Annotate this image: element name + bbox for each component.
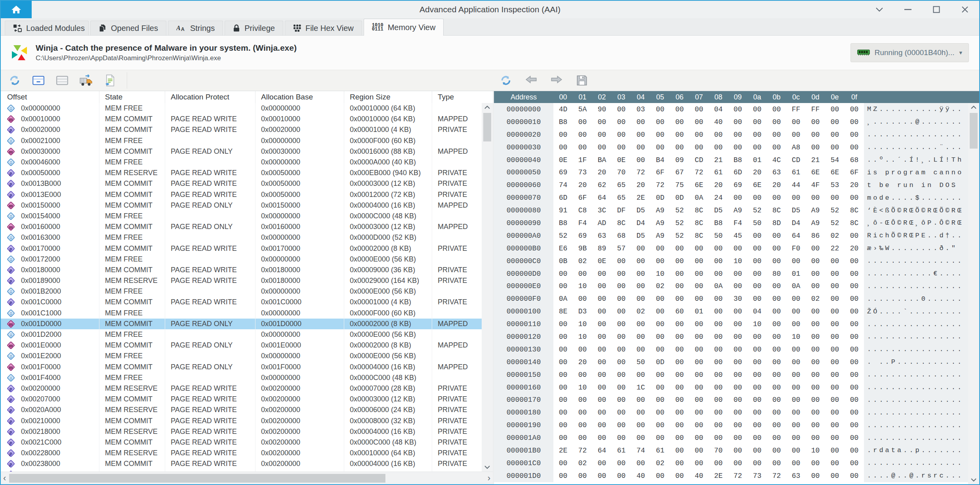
process-selector-button[interactable]: Running (00001B40h)... ▾ — [850, 43, 969, 62]
hex-row[interactable]: 000001A000000000000000000000000000000000… — [494, 432, 968, 444]
memory-region-row[interactable]: p0x00210000MEM COMMITPAGE READ WRITE0x00… — [1, 415, 482, 426]
memory-table-vertical-scrollbar[interactable] — [482, 103, 493, 472]
tab-strings[interactable]: AA Strings — [168, 21, 223, 35]
save-hex-button[interactable] — [575, 74, 589, 87]
dump-region-button[interactable] — [79, 74, 93, 87]
refresh-hex-button[interactable] — [499, 74, 513, 87]
hex-row[interactable]: 0000015000000000000000000000000000000000… — [494, 369, 968, 381]
memory-region-row[interactable]: :0x001D2000MEM FREE0x000000000x0000E000 … — [1, 329, 482, 340]
hex-row[interactable]: 000000706D6F64652E0D0D0A2400000000000000… — [494, 191, 968, 204]
memory-region-row[interactable]: p0x0021C000MEM COMMITPAGE READ WRITE0x00… — [1, 437, 482, 448]
memory-region-row[interactable]: p0x0013E000MEM COMMITPAGE READ WRITE0x00… — [1, 189, 482, 200]
scroll-left-arrow[interactable]: ‹ — [3, 474, 6, 483]
tab-opened-files[interactable]: Opened Files — [90, 21, 166, 35]
hex-row[interactable]: 0000019000000000000000000000000000000000… — [494, 419, 968, 432]
column-header-allocation-base[interactable]: Allocation Base — [255, 91, 344, 103]
hex-row[interactable]: 0000017000000000000000000000000000000000… — [494, 393, 968, 406]
memory-region-row[interactable]: p0x00170000MEM COMMITPAGE READ WRITE0x00… — [1, 243, 482, 254]
hex-row[interactable]: 00000090B8F4AD8CD4A9528CB8F4508DD4A9528C… — [494, 217, 968, 229]
hex-row[interactable]: 000000C00B020E00000000000010000000000000… — [494, 255, 968, 267]
hex-row[interactable]: 000000004D5A90000300000004000000FFFF0000… — [494, 103, 968, 116]
scroll-down-arrow[interactable] — [971, 478, 976, 482]
hex-row[interactable]: 0000018000000000000000000000000000000000… — [494, 406, 968, 419]
hex-row[interactable]: 00000010B8000000000000004000000000000000… — [494, 116, 968, 128]
memory-region-row[interactable]: m0x00160000MEM COMMITPAGE READ ONLY0x001… — [1, 221, 482, 232]
hex-row[interactable]: 0000005069732070726F6772616D2063616E6E6F… — [494, 166, 968, 179]
hex-row[interactable]: 000001008ED30000020060010000040000000000… — [494, 305, 968, 318]
memory-region-row[interactable]: p0x00228000MEM RESERVEPAGE READ WRITE0x0… — [1, 448, 482, 458]
scroll-up-arrow[interactable] — [484, 105, 490, 109]
collapse-rows-button[interactable] — [32, 74, 45, 87]
tab-file-hex-view[interactable]: File Hex View — [285, 21, 362, 35]
hex-row[interactable]: 0000011000100000000000000000100000000000… — [494, 318, 968, 330]
hex-row[interactable]: 00000160001000001C0000000000000000000000… — [494, 381, 968, 394]
memory-region-row[interactable]: p0x00200000MEM RESERVEPAGE READ WRITE0x0… — [1, 383, 482, 394]
tab-loaded-modules[interactable]: Loaded Modules — [5, 21, 89, 35]
memory-region-row[interactable]: :0x00163000MEM FREE0x000000000x0000D000 … — [1, 232, 482, 243]
expand-rows-button[interactable] — [55, 74, 69, 87]
scrollbar-thumb[interactable] — [483, 113, 491, 141]
hex-row[interactable]: 00000030000000000000000000000000A8000000… — [494, 141, 968, 154]
minimize-button[interactable] — [894, 1, 922, 18]
column-header-allocation-protect[interactable]: Allocation Protect — [165, 91, 255, 103]
hex-row[interactable]: 000001B02E726461746100007000000000100000… — [494, 444, 968, 457]
memory-region-row[interactable]: p0x001C0000MEM COMMITPAGE READ WRITE0x00… — [1, 297, 482, 307]
memory-table-horizontal-scrollbar[interactable]: ‹ › — [1, 472, 493, 484]
hex-row[interactable]: 0000014000200000500D00000000000000000000… — [494, 356, 968, 369]
memory-region-row[interactable]: m0x001F0000MEM COMMITPAGE READ ONLY0x001… — [1, 362, 482, 372]
hex-row[interactable]: 000000400E1FBA0E00B409CD21B8014CCD215468… — [494, 154, 968, 166]
memory-region-row[interactable]: m0x00150000MEM COMMITPAGE READ ONLY0x001… — [1, 200, 482, 211]
memory-region-row[interactable]: :0x001B2000MEM FREE0x000000000x0000E000 … — [1, 286, 482, 297]
memory-region-row[interactable]: :0x00000000MEM FREE0x000000000x00010000 … — [1, 103, 482, 114]
hex-vertical-scrollbar[interactable] — [968, 103, 979, 484]
memory-region-row[interactable]: p0x00189000MEM RESERVEPAGE READ WRITE0x0… — [1, 275, 482, 286]
memory-region-row[interactable]: p0x00207000MEM COMMITPAGE READ WRITE0x00… — [1, 394, 482, 405]
scrollbar-thumb[interactable] — [9, 474, 385, 483]
hex-row[interactable]: 000001C000020000000200000000000000000000… — [494, 457, 968, 470]
window-menu-button[interactable] — [865, 1, 894, 18]
home-button[interactable] — [1, 1, 32, 18]
scroll-right-arrow[interactable]: › — [488, 474, 490, 483]
hex-row[interactable]: 0000002000000000000000000000000000000000… — [494, 128, 968, 141]
hex-row[interactable]: 000000A052696368D5A9528C5045000064860200… — [494, 229, 968, 242]
memory-region-row[interactable]: :0x001E2000MEM FREE0x000000000x0000E000 … — [1, 351, 482, 361]
memory-region-row[interactable]: m0x00010000MEM COMMITPAGE READ WRITE0x00… — [1, 114, 482, 124]
column-header-type[interactable]: Type — [432, 91, 493, 103]
memory-region-row[interactable]: :0x00046000MEM FREE0x000000000x0000A000 … — [1, 157, 482, 168]
column-header-state[interactable]: State — [99, 91, 165, 103]
memory-region-row[interactable]: p0x00238000MEM COMMITPAGE READ WRITE0x00… — [1, 458, 482, 469]
scroll-up-arrow[interactable] — [971, 105, 976, 109]
hex-row[interactable]: 000000B0E69B89570000000000000000F0002220… — [494, 242, 968, 255]
hex-row[interactable]: 0000012000100000000000000000000010000000… — [494, 330, 968, 343]
tab-privilege[interactable]: Privilege — [225, 21, 283, 35]
maximize-button[interactable] — [922, 1, 951, 18]
previous-page-button[interactable] — [524, 74, 538, 87]
close-button[interactable] — [951, 1, 979, 18]
memory-region-row[interactable]: p0x0020A000MEM RESERVEPAGE READ WRITE0x0… — [1, 405, 482, 415]
memory-region-row[interactable]: m0x001E0000MEM COMMITPAGE READ ONLY0x001… — [1, 340, 482, 351]
next-page-button[interactable] — [550, 74, 563, 87]
memory-region-row[interactable]: :0x00021000MEM FREE0x000000000x0000F000 … — [1, 136, 482, 146]
hex-row[interactable]: 000000E000100000000200000A0000000A000000… — [494, 280, 968, 292]
memory-region-row[interactable]: p0x0013B000MEM COMMITPAGE READ WRITE0x00… — [1, 178, 482, 189]
refresh-regions-button[interactable] — [8, 74, 21, 87]
hex-row[interactable]: 00000060742062652072756E20696E20444F5320… — [494, 179, 968, 191]
memory-region-row[interactable]: :0x001F4000MEM FREE0x000000000x0000C000 … — [1, 372, 482, 383]
hex-row[interactable]: 0000013000000000000000000000000000000000… — [494, 343, 968, 356]
memory-region-row[interactable]: p0x00020000MEM COMMITPAGE READ WRITE0x00… — [1, 124, 482, 135]
hex-row[interactable]: 000001D000000000400000402E72737263000000… — [494, 470, 968, 482]
hex-row[interactable]: 0000008091C83CDFD5A9528CD5A9528CD5A9528C… — [494, 204, 968, 217]
hex-row[interactable]: 000000F00A000000000000000030000000020000… — [494, 292, 968, 305]
memory-region-row[interactable]: p0x00050000MEM RESERVEPAGE READ WRITE0x0… — [1, 168, 482, 178]
memory-region-row[interactable]: :0x001C1000MEM FREE0x000000000x0000F000 … — [1, 308, 482, 319]
column-header-offset[interactable]: Offset — [1, 91, 99, 103]
memory-region-row[interactable]: m0x00030000MEM COMMITPAGE READ ONLY0x000… — [1, 146, 482, 157]
tab-memory-view[interactable]: 10100111 Memory View — [364, 19, 444, 36]
memory-region-row[interactable]: p0x00218000MEM RESERVEPAGE READ WRITE0x0… — [1, 426, 482, 437]
memory-region-row[interactable]: p0x00180000MEM COMMITPAGE READ WRITE0x00… — [1, 265, 482, 275]
scroll-down-arrow[interactable] — [484, 466, 490, 469]
memory-region-row[interactable]: :0x00154000MEM FREE0x000000000x0000C000 … — [1, 211, 482, 221]
export-report-button[interactable] — [103, 74, 116, 87]
memory-region-row[interactable]: m0x001D0000MEM COMMITPAGE READ ONLY0x001… — [1, 319, 482, 329]
hex-row[interactable]: 000000D000000000001000000000008001000000… — [494, 267, 968, 280]
